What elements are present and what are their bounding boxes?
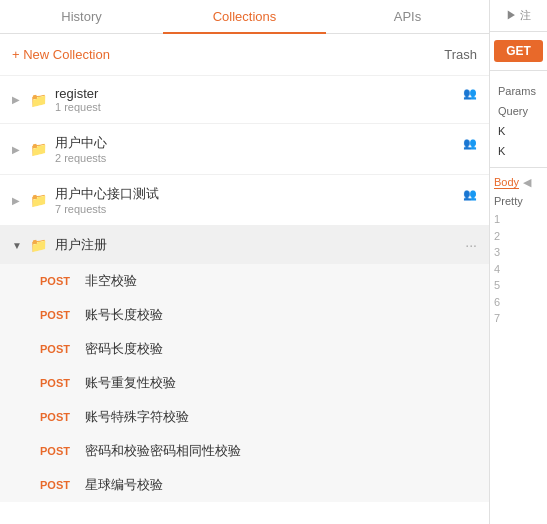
tabs-bar: History Collections APIs	[0, 0, 489, 34]
request-name: 账号长度校验	[85, 306, 163, 324]
request-name: 密码长度校验	[85, 340, 163, 358]
chevron-right-icon: ▶	[12, 94, 22, 105]
request-name: 账号重复性校验	[85, 374, 176, 392]
user-group-icon: 👥	[463, 137, 477, 150]
right-panel: ▶ 注 GET Params Query K K Body ◀ Pretty 1…	[490, 0, 547, 524]
params-label: Params	[494, 79, 543, 99]
body-tab-row: Body ◀	[494, 172, 543, 193]
collection-request-count: 2 requests	[55, 152, 477, 164]
collection-name: register	[55, 86, 457, 101]
request-item-6[interactable]: POST 密码和校验密码相同性校验	[0, 434, 489, 468]
folder-icon: 📁	[30, 92, 47, 108]
request-item-7[interactable]: POST 星球编号校验	[0, 468, 489, 502]
collection-group-register: ▶ 📁 register 👥 1 request	[0, 76, 489, 124]
method-badge: POST	[40, 445, 75, 457]
method-badge: POST	[40, 377, 75, 389]
left-panel: History Collections APIs + New Collectio…	[0, 0, 490, 524]
collection-expanded-user-register: ▼ 📁 用户注册 ··· POST 非空校验 POST 账号长度校验 POST …	[0, 226, 489, 502]
collection-request-count: 7 requests	[55, 203, 477, 215]
collection-group-user-center: ▶ 📁 用户中心 👥 2 requests	[0, 124, 489, 175]
expand-icon[interactable]: ▶ 注	[506, 8, 531, 23]
request-item-2[interactable]: POST 账号长度校验	[0, 298, 489, 332]
get-method-button[interactable]: GET	[494, 40, 543, 62]
chevron-down-icon: ▼	[12, 240, 22, 251]
key-label-2: K	[494, 143, 543, 159]
request-item-1[interactable]: POST 非空校验	[0, 264, 489, 298]
expanded-collection-name: 用户注册	[55, 236, 457, 254]
body-tab-inactive[interactable]: ◀	[523, 176, 531, 189]
request-item-3[interactable]: POST 密码长度校验	[0, 332, 489, 366]
user-group-icon: 👥	[463, 87, 477, 100]
line-numbers: 1 2 3 4 5 6 7	[494, 209, 543, 329]
chevron-right-icon: ▶	[12, 144, 22, 155]
right-params-section: Params Query K K	[490, 71, 547, 168]
collection-name: 用户中心	[55, 134, 457, 152]
request-name: 密码和校验密码相同性校验	[85, 442, 241, 460]
request-name: 账号特殊字符校验	[85, 408, 189, 426]
key-label-1: K	[494, 123, 543, 139]
tab-collections[interactable]: Collections	[163, 0, 326, 34]
method-badge: POST	[40, 411, 75, 423]
collection-name: 用户中心接口测试	[55, 185, 457, 203]
tab-history[interactable]: History	[0, 0, 163, 34]
request-item-4[interactable]: POST 账号重复性校验	[0, 366, 489, 400]
collections-list: ▶ 📁 register 👥 1 request ▶ 📁 用户中心	[0, 76, 489, 524]
collection-header-register[interactable]: ▶ 📁 register 👥 1 request	[0, 76, 489, 123]
collection-header-user-center[interactable]: ▶ 📁 用户中心 👥 2 requests	[0, 124, 489, 174]
pretty-label: Pretty	[494, 193, 543, 209]
right-get-section: GET	[490, 32, 547, 71]
request-item-5[interactable]: POST 账号特殊字符校验	[0, 400, 489, 434]
collections-toolbar: + New Collection Trash	[0, 34, 489, 76]
more-options-icon[interactable]: ···	[465, 237, 477, 253]
expanded-collection-header[interactable]: ▼ 📁 用户注册 ···	[0, 226, 489, 264]
method-badge: POST	[40, 479, 75, 491]
trash-button[interactable]: Trash	[444, 47, 477, 62]
folder-icon: 📁	[30, 192, 47, 208]
new-collection-button[interactable]: + New Collection	[12, 47, 110, 62]
method-badge: POST	[40, 343, 75, 355]
request-name: 非空校验	[85, 272, 137, 290]
user-group-icon: 👥	[463, 188, 477, 201]
folder-icon: 📁	[30, 237, 47, 253]
collection-header-user-center-api[interactable]: ▶ 📁 用户中心接口测试 👥 7 requests	[0, 175, 489, 225]
right-body-section: Body ◀ Pretty 1 2 3 4 5 6 7	[490, 168, 547, 333]
right-expand-section: ▶ 注	[490, 0, 547, 32]
method-badge: POST	[40, 309, 75, 321]
body-tab[interactable]: Body	[494, 176, 519, 189]
collection-group-user-center-api: ▶ 📁 用户中心接口测试 👥 7 requests	[0, 175, 489, 226]
query-label: Query	[494, 103, 543, 119]
collection-request-count: 1 request	[55, 101, 477, 113]
chevron-right-icon: ▶	[12, 195, 22, 206]
request-name: 星球编号校验	[85, 476, 163, 494]
tab-apis[interactable]: APIs	[326, 0, 489, 34]
folder-icon: 📁	[30, 141, 47, 157]
method-badge: POST	[40, 275, 75, 287]
